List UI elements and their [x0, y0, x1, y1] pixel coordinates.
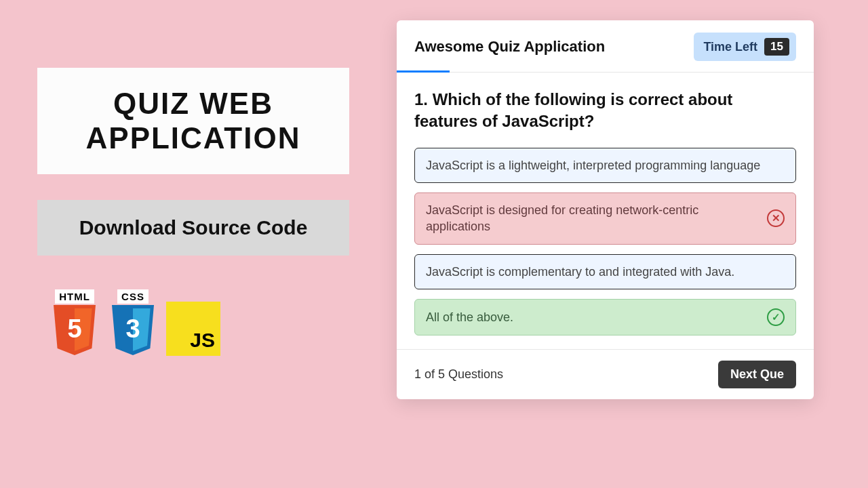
- question-text: 1. Which of the following is correct abo…: [414, 89, 796, 133]
- cross-icon: ✕: [767, 209, 785, 227]
- quiz-option-4[interactable]: All of the above.✓: [414, 299, 796, 336]
- question-counter: 1 of 5 Questions: [414, 367, 503, 382]
- download-source-button[interactable]: Download Source Code: [37, 200, 349, 256]
- option-text: JavaScript is designed for creating netw…: [426, 202, 760, 235]
- quiz-option-3[interactable]: JavaScript is complementary to and integ…: [414, 254, 796, 289]
- title-line-1: QUIZ WEB: [52, 87, 334, 121]
- css-badge: CSS 3: [108, 289, 158, 362]
- tech-badges: HTML 5 CSS 3 JS: [50, 289, 349, 362]
- download-label: Download Source Code: [79, 216, 308, 239]
- progress-bar: [397, 70, 450, 73]
- next-question-button[interactable]: Next Que: [718, 361, 796, 388]
- css3-icon: 3: [108, 305, 158, 362]
- html-badge: HTML 5: [50, 289, 100, 362]
- js-badge-label: JS: [190, 329, 215, 352]
- quiz-footer: 1 of 5 Questions Next Que: [397, 349, 814, 399]
- html-badge-number: 5: [50, 314, 100, 344]
- left-column: QUIZ WEB APPLICATION Download Source Cod…: [37, 68, 349, 362]
- check-icon: ✓: [767, 308, 785, 326]
- option-text: JavaScript is a lightweight, interpreted…: [426, 157, 760, 174]
- quiz-option-2[interactable]: JavaScript is designed for creating netw…: [414, 192, 796, 245]
- options-list: JavaScript is a lightweight, interpreted…: [414, 148, 796, 336]
- option-text: All of the above.: [426, 309, 513, 325]
- quiz-card: Awesome Quiz Application Time Left 15 1.…: [397, 20, 814, 399]
- timer-label: Time Left: [703, 40, 757, 54]
- timer-pill: Time Left 15: [694, 33, 796, 61]
- title-line-2: APPLICATION: [52, 121, 334, 156]
- title-box: QUIZ WEB APPLICATION: [37, 68, 349, 174]
- quiz-option-1[interactable]: JavaScript is a lightweight, interpreted…: [414, 148, 796, 183]
- js-icon: JS: [166, 302, 220, 356]
- quiz-app-title: Awesome Quiz Application: [414, 38, 605, 56]
- quiz-body: 1. Which of the following is correct abo…: [397, 73, 814, 349]
- option-text: JavaScript is complementary to and integ…: [426, 264, 734, 280]
- css-badge-label: CSS: [117, 289, 149, 304]
- html-badge-label: HTML: [55, 289, 94, 304]
- timer-value: 15: [764, 38, 789, 56]
- quiz-header: Awesome Quiz Application Time Left 15: [397, 20, 814, 73]
- css-badge-number: 3: [108, 314, 158, 344]
- html5-icon: 5: [50, 305, 100, 362]
